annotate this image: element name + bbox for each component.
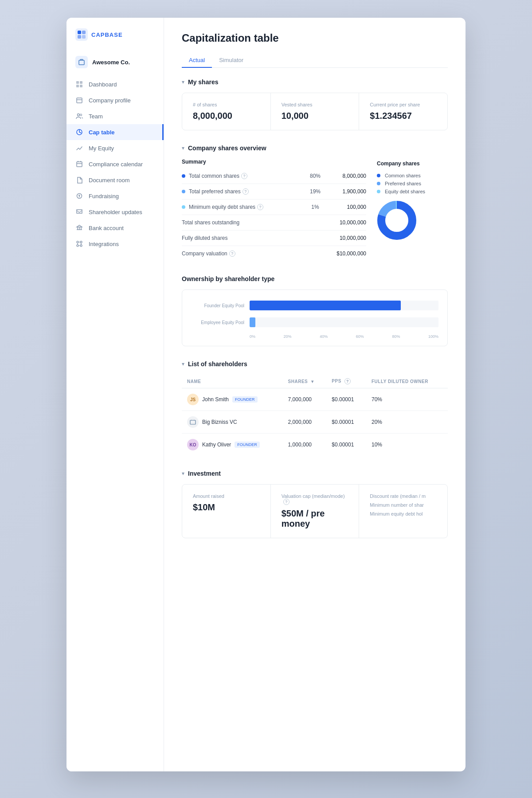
debt-count: 100,000	[326, 204, 366, 210]
valuation-cap-help-icon[interactable]: ?	[283, 499, 289, 505]
amount-raised-value: $10M	[193, 502, 260, 512]
table-head: NAME SHARES ▾ PPS ? FULLY DILUTED OWNER	[182, 375, 448, 388]
sidebar-item-company-profile[interactable]: Company profile	[66, 92, 164, 108]
valuation-label: Company valuation ?	[182, 250, 304, 257]
svg-rect-6	[76, 81, 79, 84]
shareholders-table: NAME SHARES ▾ PPS ? FULLY DILUTED OWNER	[182, 375, 448, 456]
summary-row-diluted: Fully diluted shares 10,000,000	[182, 231, 366, 246]
vested-shares-label: Vested shares	[282, 102, 348, 107]
amount-raised-card: Amount raised $10M	[182, 485, 271, 538]
company-shares-chevron[interactable]: ▾	[182, 145, 184, 151]
ownership-section: Ownership by shareholder type Founder Eq…	[182, 275, 448, 346]
sidebar-label-integrations: Integrations	[89, 241, 119, 247]
sidebar-item-integrations[interactable]: Integrations	[66, 236, 164, 252]
table-row: Big Bizniss VC 2,000,000 $0.00001 20%	[182, 411, 448, 434]
investment-cards: Amount raised $10M Valuation cap (median…	[182, 484, 448, 538]
svg-rect-10	[77, 98, 82, 103]
shares-2: 1,000,000	[283, 434, 327, 456]
integrations-icon	[75, 240, 83, 248]
main-content: Capitalization table Actual Simulator ▾ …	[164, 18, 466, 771]
svg-rect-5	[79, 60, 84, 65]
legend-item-preferred: Preferred shares	[377, 181, 448, 186]
bar-row-founder: Founder Equity Pool	[191, 301, 438, 310]
axis-0: 0%	[250, 334, 255, 339]
pps-1: $0.00001	[326, 411, 366, 434]
shareholder-name-0: JS John Smith FOUNDER	[187, 394, 278, 405]
sidebar-item-my-equity[interactable]: My Equity	[66, 140, 164, 156]
debt-help-icon[interactable]: ?	[257, 204, 263, 210]
legend-title: Company shares	[377, 160, 448, 167]
shareholder-name-cell-0: JS John Smith FOUNDER	[182, 388, 283, 411]
discount-rate-label: Discount rate (median / m	[370, 493, 437, 499]
valuation-help-icon[interactable]: ?	[229, 250, 235, 257]
sidebar-item-team[interactable]: Team	[66, 108, 164, 124]
ownership-header: Ownership by shareholder type	[182, 275, 448, 282]
sidebar-item-cap-table[interactable]: Cap table	[66, 124, 164, 140]
axis-80: 80%	[392, 334, 400, 339]
summary-table: Summary Total common shares ? 80% 8,000,…	[182, 159, 366, 261]
sidebar-label-dashboard: Dashboard	[89, 81, 117, 88]
bank-icon	[75, 224, 83, 232]
dashboard-icon	[75, 80, 83, 88]
summary-row-outstanding: Total shares outstanding 10,000,000	[182, 215, 366, 231]
investment-title: Investment	[188, 470, 221, 477]
bar-fill-founder	[250, 301, 401, 310]
name-1: Big Bizniss VC	[202, 419, 237, 425]
company-profile-icon	[75, 96, 83, 104]
sidebar-item-compliance[interactable]: Compliance calendar	[66, 156, 164, 172]
ownership-title: Ownership by shareholder type	[182, 275, 274, 282]
sidebar-item-shareholder-updates[interactable]: Shareholder updates	[66, 204, 164, 220]
svg-rect-7	[80, 81, 82, 84]
common-help-icon[interactable]: ?	[241, 173, 247, 179]
sidebar-item-dashboard[interactable]: Dashboard	[66, 76, 164, 92]
preferred-help-icon[interactable]: ?	[243, 188, 249, 195]
shareholder-name-1: Big Bizniss VC	[187, 416, 278, 428]
summary-row-valuation: Company valuation ? $10,000,000	[182, 246, 366, 261]
badge-2: FOUNDER	[235, 442, 260, 448]
investment-chevron[interactable]: ▾	[182, 470, 184, 477]
avatar-bv	[187, 416, 199, 428]
logo-area: CAPBASE	[66, 28, 164, 51]
badge-0: FOUNDER	[232, 396, 258, 403]
svg-rect-0	[75, 28, 88, 41]
legend-common-dot	[377, 174, 380, 177]
company-name-row[interactable]: Awesome Co.	[66, 51, 164, 73]
bar-label-founder: Founder Equity Pool	[191, 303, 244, 308]
axis-40: 40%	[320, 334, 328, 339]
common-dot	[182, 174, 185, 178]
sidebar-item-fundraising[interactable]: Fundraising	[66, 188, 164, 204]
axis-20: 20%	[284, 334, 292, 339]
legend-item-debt: Equity debt shares	[377, 189, 448, 194]
shareholders-chevron[interactable]: ▾	[182, 361, 184, 367]
vested-shares-value: 10,000	[282, 111, 348, 121]
table-body: JS John Smith FOUNDER 7,000,000 $0.00001…	[182, 388, 448, 456]
company-shares-legend: Company shares Common shares Preferred s…	[377, 159, 448, 240]
debt-shares-label: Minimum equity debt shares ?	[182, 204, 304, 210]
name-2: Kathy Oliver	[202, 442, 231, 448]
my-shares-chevron[interactable]: ▾	[182, 79, 184, 85]
axis-60: 60%	[356, 334, 364, 339]
shares-count-value: 8,000,000	[193, 111, 260, 121]
col-pps: PPS ?	[326, 375, 366, 388]
tab-simulator[interactable]: Simulator	[212, 53, 250, 68]
table-header-row: NAME SHARES ▾ PPS ? FULLY DILUTED OWNER	[182, 375, 448, 388]
tab-bar: Actual Simulator	[182, 53, 448, 68]
common-pct: 80%	[304, 173, 326, 179]
pps-help-icon[interactable]: ?	[344, 378, 351, 384]
fdo-1: 20%	[366, 411, 448, 434]
svg-point-19	[80, 245, 82, 246]
sidebar-label-shareholder-updates: Shareholder updates	[89, 209, 142, 215]
shares-0: 7,000,000	[283, 388, 327, 411]
col-shares[interactable]: SHARES ▾	[283, 375, 327, 388]
svg-point-17	[80, 241, 82, 243]
company-icon	[75, 56, 88, 68]
sidebar-item-document-room[interactable]: Document room	[66, 172, 164, 188]
sidebar-item-bank-account[interactable]: Bank account	[66, 220, 164, 236]
preferred-dot	[182, 190, 185, 193]
preferred-pct: 19%	[304, 188, 326, 195]
svg-point-12	[80, 114, 82, 116]
shares-count-label: # of shares	[193, 102, 260, 107]
tab-actual[interactable]: Actual	[182, 53, 212, 68]
summary-row-preferred: Total preferred shares ? 19% 1,900,000	[182, 184, 366, 200]
min-shares-label: Minimum number of shar	[370, 502, 437, 508]
